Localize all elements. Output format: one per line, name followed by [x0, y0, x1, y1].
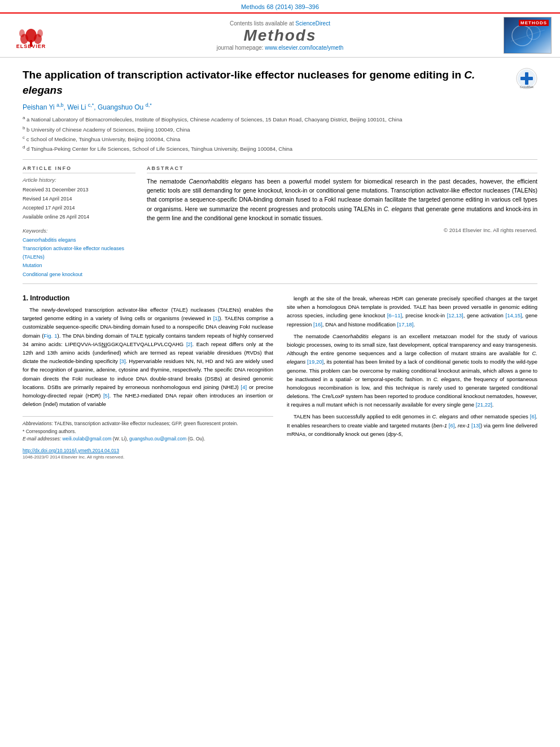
email-link-1[interactable]: weili.oulab@gmail.com: [62, 436, 111, 442]
ref-13[interactable]: [13]: [471, 422, 480, 429]
ref-fig1[interactable]: Fig. 1: [43, 333, 57, 339]
email-link-2[interactable]: guangshuo.ou@gmail.com: [129, 436, 186, 442]
affiliation-a: a a National Laboratory of Biomacromolec…: [23, 115, 537, 124]
affiliation-c: c c School of Medicine, Tsinghua Univers…: [23, 134, 537, 143]
affiliation-b: b b University of Chinese Academy of Sci…: [23, 125, 537, 134]
svg-rect-14: [520, 77, 533, 80]
body-right-column: length at the site of the break, whereas…: [287, 294, 537, 460]
ref-5[interactable]: [5]: [103, 392, 110, 399]
elsevier-logo: ELSEVIER: [6, 22, 56, 49]
abstract-text: The nematode Caenorhabditis elegans has …: [147, 177, 537, 222]
keywords-list: Caenorhabditis elegans Transcription act…: [23, 236, 135, 279]
svg-text:ELSEVIER: ELSEVIER: [16, 43, 46, 49]
methods-cover-image: METHODS: [504, 17, 552, 54]
accepted-date: Accepted 17 April 2014: [23, 203, 135, 212]
abbreviations-footnote: Abbreviations: TALENs, transcription act…: [23, 420, 273, 428]
ref-4[interactable]: [4]: [241, 384, 247, 390]
article-info-column: Article Info Article history: Received 3…: [23, 165, 135, 279]
journal-header: ELSEVIER Contents lists available at Sci…: [0, 12, 560, 58]
abstract-column: Abstract The nematode Caenorhabditis ele…: [147, 165, 537, 279]
received-date: Received 31 December 2013: [23, 185, 135, 194]
history-label: Article history:: [23, 177, 135, 183]
top-bar: Methods 68 (2014) 389–396: [0, 0, 560, 12]
divider-1: [23, 159, 537, 160]
footnotes-section: Abbreviations: TALENs, transcription act…: [23, 416, 273, 460]
info-abstract-section: Article Info Article history: Received 3…: [23, 165, 537, 279]
keyword-1: Caenorhabditis elegans: [23, 236, 135, 244]
journal-homepage-link[interactable]: www.elsevier.com/locate/ymeth: [265, 45, 343, 51]
elsevier-logo-area: ELSEVIER: [6, 22, 56, 49]
doi-link[interactable]: http://dx.doi.org/10.1016/j.ymeth.2014.0…: [23, 448, 119, 453]
keywords-section: Keywords: Caenorhabditis elegans Transcr…: [23, 228, 135, 279]
sciencedirect-note: Contents lists available at ScienceDirec…: [56, 20, 504, 27]
methods-cover-area: METHODS: [504, 17, 554, 54]
article-dates: Received 31 December 2013 Revised 14 Apr…: [23, 185, 135, 222]
journal-name: Methods: [56, 27, 504, 45]
keyword-3: Mutation: [23, 261, 135, 270]
ref-3[interactable]: [3]: [120, 358, 126, 364]
ref-6-11[interactable]: [6–11]: [387, 312, 402, 318]
intro-paragraph-1: The newly-developed transcription activa…: [23, 305, 273, 408]
svg-point-5: [37, 29, 43, 37]
svg-text:CrossMark: CrossMark: [520, 85, 534, 89]
ref-16[interactable]: [16]: [313, 321, 322, 327]
body-content: 1. Introduction The newly-developed tran…: [23, 294, 537, 460]
ref-21-22[interactable]: [21,22]: [476, 401, 492, 408]
body-left-column: 1. Introduction The newly-developed tran…: [23, 294, 273, 460]
methods-cover-label: METHODS: [519, 20, 549, 26]
ref-12-13[interactable]: [12,13]: [447, 312, 463, 318]
corresponding-footnote: * Corresponding authors.: [23, 428, 273, 436]
available-online-date: Available online 26 April 2014: [23, 212, 135, 221]
ref-6b[interactable]: [6]: [530, 413, 536, 420]
main-content: The application of transcription activat…: [0, 58, 560, 471]
article-title-section: The application of transcription activat…: [23, 68, 537, 98]
journal-header-center: Contents lists available at ScienceDirec…: [56, 20, 504, 51]
keyword-2: Transcription activator-like effector nu…: [23, 244, 135, 262]
ref-14-15[interactable]: [14,15]: [506, 312, 522, 318]
ref-2[interactable]: [2]: [186, 341, 193, 347]
article-info-header: Article Info: [23, 165, 135, 173]
journal-citation: Methods 68 (2014) 389–396: [241, 3, 319, 10]
elsevier-logo-svg: ELSEVIER: [11, 22, 51, 49]
revised-date: Revised 14 April 2014: [23, 194, 135, 203]
abstract-header: Abstract: [147, 165, 537, 173]
crossmark-badge[interactable]: CrossMark: [516, 68, 537, 89]
ref-17-18[interactable]: [17,18]: [397, 321, 413, 327]
svg-point-4: [19, 29, 25, 37]
abstract-copyright: © 2014 Elsevier Inc. All rights reserved…: [147, 227, 537, 233]
affiliation-d: d d Tsinghua-Peking Center for Life Scie…: [23, 144, 537, 153]
keyword-4: Conditional gene knockout: [23, 270, 135, 279]
ref-6c[interactable]: [6]: [449, 422, 455, 429]
email-footnote: E-mail addresses: weili.oulab@gmail.com …: [23, 435, 273, 443]
article-title: The application of transcription activat…: [23, 68, 516, 98]
keywords-title: Keywords:: [23, 228, 135, 234]
ref-1[interactable]: [1]: [213, 315, 220, 321]
divider-2: [23, 283, 537, 284]
issn-footer: 1046-2023/© 2014 Elsevier Inc. All right…: [23, 455, 273, 460]
ref-19-20[interactable]: [19,20]: [307, 359, 323, 365]
journal-homepage: journal homepage: www.elsevier.com/locat…: [56, 45, 504, 51]
intro-section-title: 1. Introduction: [23, 294, 273, 302]
sciencedirect-link[interactable]: ScienceDirect: [295, 20, 330, 27]
doi-footer: http://dx.doi.org/10.1016/j.ymeth.2014.0…: [23, 448, 273, 453]
authors: Peishan Yi a,b, Wei Li c,*, Guangshuo Ou…: [23, 102, 537, 111]
intro-paragraph-2: length at the site of the break, whereas…: [287, 294, 537, 438]
affiliations: a a National Laboratory of Biomacromolec…: [23, 115, 537, 154]
